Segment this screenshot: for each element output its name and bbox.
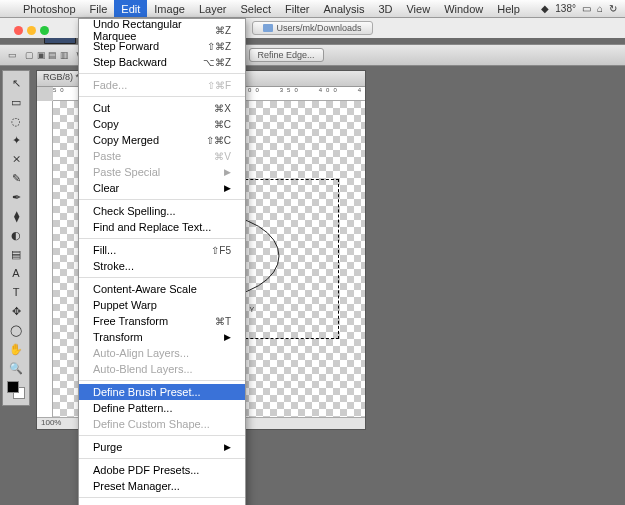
path-label: Users/mk/Downloads <box>276 23 361 33</box>
menu-shortcut: ⌘V <box>214 151 231 162</box>
menu-item-label: Define Pattern... <box>93 402 173 414</box>
folder-icon <box>263 24 273 32</box>
marquee-tool[interactable]: ▭ <box>4 93 28 111</box>
menu-item-check-spelling[interactable]: Check Spelling... <box>79 203 245 219</box>
menu-item-auto-blend-layers: Auto-Blend Layers... <box>79 361 245 377</box>
dropbox-icon[interactable]: ⌂ <box>597 3 603 14</box>
menu-item-undo-rectangular-marquee[interactable]: Undo Rectangular Marquee⌘Z <box>79 22 245 38</box>
sync-icon[interactable]: ↻ <box>609 3 617 14</box>
menu-item-fill[interactable]: Fill...⇧F5 <box>79 242 245 258</box>
menu-file[interactable]: File <box>83 0 115 17</box>
menu-item-define-pattern[interactable]: Define Pattern... <box>79 400 245 416</box>
gradient-tool[interactable]: A <box>4 264 28 282</box>
marquee-tool-icon[interactable]: ▭ <box>8 50 17 60</box>
wand-tool[interactable]: ✦ <box>4 131 28 149</box>
menu-item-copy[interactable]: Copy⌘C <box>79 116 245 132</box>
menu-item-define-brush-preset[interactable]: Define Brush Preset... <box>79 384 245 400</box>
menu-item-adobe-pdf-presets[interactable]: Adobe PDF Presets... <box>79 462 245 478</box>
menu-separator <box>79 96 245 97</box>
menu-item-fade: Fade...⇧⌘F <box>79 77 245 93</box>
eraser-tool[interactable]: ▤ <box>4 245 28 263</box>
menu-item-preset-manager[interactable]: Preset Manager... <box>79 478 245 494</box>
menu-filter[interactable]: Filter <box>278 0 316 17</box>
menu-item-label: Adobe PDF Presets... <box>93 464 199 476</box>
menu-shortcut: ⇧⌘Z <box>207 41 231 52</box>
lasso-tool[interactable]: ◌ <box>4 112 28 130</box>
menu-item-label: Puppet Warp <box>93 299 157 311</box>
hand-tool[interactable]: ✋ <box>4 340 28 358</box>
menu-item-content-aware-scale[interactable]: Content-Aware Scale <box>79 281 245 297</box>
zoom-button[interactable] <box>40 26 49 35</box>
menu-item-define-custom-shape: Define Custom Shape... <box>79 416 245 432</box>
brush-tool[interactable]: ✒ <box>4 188 28 206</box>
edit-menu-dropdown: Undo Rectangular Marquee⌘ZStep Forward⇧⌘… <box>78 18 246 505</box>
menu-item-auto-align-layers: Auto-Align Layers... <box>79 345 245 361</box>
menu-window[interactable]: Window <box>437 0 490 17</box>
menu-item-label: Check Spelling... <box>93 205 176 217</box>
menu-shortcut: ⇧⌘F <box>207 80 231 91</box>
submenu-arrow-icon: ▶ <box>224 442 231 452</box>
menu-item-copy-merged[interactable]: Copy Merged⇧⌘C <box>79 132 245 148</box>
submenu-arrow-icon: ▶ <box>224 167 231 177</box>
menu-separator <box>79 73 245 74</box>
menu-item-puppet-warp[interactable]: Puppet Warp <box>79 297 245 313</box>
menu-item-label: Copy <box>93 118 119 130</box>
foreground-color[interactable] <box>7 381 19 393</box>
menu-shortcut: ⌘X <box>214 103 231 114</box>
menu-shortcut: ⌘C <box>214 119 231 130</box>
menu-separator <box>79 199 245 200</box>
menu-item-find-and-replace-text[interactable]: Find and Replace Text... <box>79 219 245 235</box>
menu-3d[interactable]: 3D <box>371 0 399 17</box>
stamp-tool[interactable]: ⧫ <box>4 207 28 225</box>
menu-item-label: Purge <box>93 441 122 453</box>
menu-help[interactable]: Help <box>490 0 527 17</box>
menu-item-label: Auto-Blend Layers... <box>93 363 193 375</box>
menu-item-step-forward[interactable]: Step Forward⇧⌘Z <box>79 38 245 54</box>
type-tool[interactable]: T <box>4 283 28 301</box>
menu-item-cut[interactable]: Cut⌘X <box>79 100 245 116</box>
menu-item-stroke[interactable]: Stroke... <box>79 258 245 274</box>
shape-tool[interactable]: ◯ <box>4 321 28 339</box>
menu-item-paste-special: Paste Special▶ <box>79 164 245 180</box>
menu-item-label: Step Backward <box>93 56 167 68</box>
history-brush-tool[interactable]: ◐ <box>4 226 28 244</box>
menu-edit[interactable]: Edit <box>114 0 147 17</box>
menubar-status: ◆ 138° ▭ ⌂ ↻ <box>541 3 625 14</box>
display-icon[interactable]: ▭ <box>582 3 591 14</box>
close-button[interactable] <box>14 26 23 35</box>
refine-edge-button[interactable]: Refine Edge... <box>249 48 324 62</box>
zoom-tool[interactable]: 🔍 <box>4 359 28 377</box>
menu-item-label: Define Custom Shape... <box>93 418 210 430</box>
menu-item-purge[interactable]: Purge▶ <box>79 439 245 455</box>
minimize-button[interactable] <box>27 26 36 35</box>
pen-tool[interactable]: ✥ <box>4 302 28 320</box>
crop-tool[interactable]: ⨯ <box>4 150 28 168</box>
menu-item-label: Transform <box>93 331 143 343</box>
menu-shortcut: ⌘Z <box>215 25 231 36</box>
menu-item-label: Cut <box>93 102 110 114</box>
selection-mode-icons[interactable]: ▢ ▣ ▤ ▥ <box>25 50 69 60</box>
menu-layer[interactable]: Layer <box>192 0 234 17</box>
menu-item-color-settings[interactable]: Color Settings...⇧⌘K <box>79 501 245 505</box>
menu-view[interactable]: View <box>399 0 437 17</box>
path-crumb[interactable]: Users/mk/Downloads <box>252 21 372 35</box>
ruler-vertical <box>37 101 53 417</box>
menu-item-paste: Paste⌘V <box>79 148 245 164</box>
menu-item-free-transform[interactable]: Free Transform⌘T <box>79 313 245 329</box>
menu-separator <box>79 380 245 381</box>
menu-item-transform[interactable]: Transform▶ <box>79 329 245 345</box>
color-swatches[interactable] <box>7 381 25 399</box>
menu-select[interactable]: Select <box>233 0 278 17</box>
menu-separator <box>79 435 245 436</box>
menu-analysis[interactable]: Analysis <box>316 0 371 17</box>
menu-item-clear[interactable]: Clear▶ <box>79 180 245 196</box>
menu-item-step-backward[interactable]: Step Backward⌥⌘Z <box>79 54 245 70</box>
menu-item-label: Auto-Align Layers... <box>93 347 189 359</box>
menu-item-label: Fade... <box>93 79 127 91</box>
evernote-icon[interactable]: ◆ <box>541 3 549 14</box>
menu-image[interactable]: Image <box>147 0 192 17</box>
move-tool[interactable]: ↖ <box>4 74 28 92</box>
menu-photoshop[interactable]: Photoshop <box>16 0 83 17</box>
menu-shortcut: ⌘T <box>215 316 231 327</box>
eyedropper-tool[interactable]: ✎ <box>4 169 28 187</box>
